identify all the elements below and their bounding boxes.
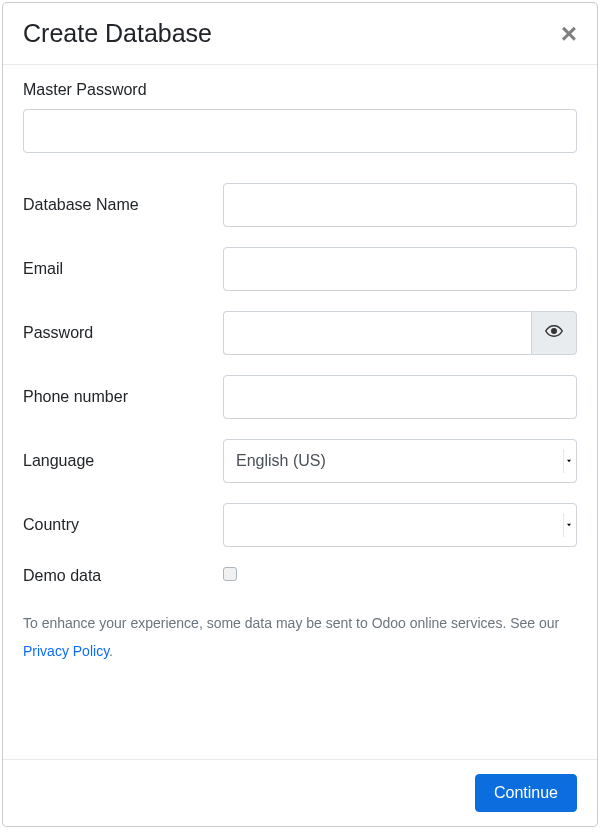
master-password-group: Master Password xyxy=(23,81,577,153)
phone-group: Phone number xyxy=(23,375,577,419)
svg-point-0 xyxy=(552,329,557,334)
modal-body: Master Password Database Name Email Pass… xyxy=(3,65,597,759)
country-label: Country xyxy=(23,516,223,534)
close-icon: × xyxy=(561,18,577,49)
language-select[interactable]: English (US) xyxy=(223,439,577,483)
master-password-input[interactable] xyxy=(23,109,577,153)
db-name-group: Database Name xyxy=(23,183,577,227)
demo-data-checkbox[interactable] xyxy=(223,567,237,581)
create-database-modal: Create Database × Master Password Databa… xyxy=(2,2,598,827)
phone-input[interactable] xyxy=(223,375,577,419)
db-name-input[interactable] xyxy=(223,183,577,227)
modal-footer: Continue xyxy=(3,759,597,826)
disclaimer-suffix: . xyxy=(109,643,113,659)
phone-label: Phone number xyxy=(23,388,223,406)
demo-data-group: Demo data xyxy=(23,567,577,585)
password-label: Password xyxy=(23,324,223,342)
close-button[interactable]: × xyxy=(561,20,577,48)
demo-data-label: Demo data xyxy=(23,567,223,585)
eye-icon xyxy=(545,322,563,344)
language-label: Language xyxy=(23,452,223,470)
email-input[interactable] xyxy=(223,247,577,291)
toggle-password-visibility[interactable] xyxy=(531,311,577,355)
disclaimer-text: To enhance your experience, some data ma… xyxy=(23,609,577,665)
modal-header: Create Database × xyxy=(3,3,597,65)
continue-button[interactable]: Continue xyxy=(475,774,577,812)
email-group: Email xyxy=(23,247,577,291)
disclaimer-prefix: To enhance your experience, some data ma… xyxy=(23,615,559,631)
master-password-label: Master Password xyxy=(23,81,577,99)
password-input[interactable] xyxy=(223,311,531,355)
country-select[interactable] xyxy=(223,503,577,547)
privacy-policy-link[interactable]: Privacy Policy xyxy=(23,643,109,659)
password-group: Password xyxy=(23,311,577,355)
email-label: Email xyxy=(23,260,223,278)
modal-title: Create Database xyxy=(23,19,212,48)
db-name-label: Database Name xyxy=(23,196,223,214)
language-group: Language English (US) xyxy=(23,439,577,483)
country-group: Country xyxy=(23,503,577,547)
